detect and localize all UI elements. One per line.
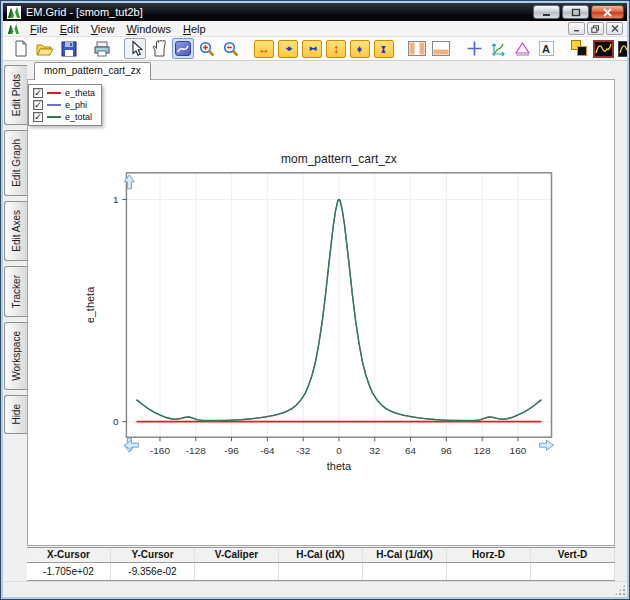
minimize-icon — [542, 8, 552, 17]
magnifier-minus-icon — [222, 40, 240, 58]
cursor-column-header: Y-Cursor — [111, 548, 195, 562]
x-axis-full-scale-button[interactable]: ↔ — [253, 38, 275, 59]
waveform-window-button-1[interactable] — [592, 38, 614, 59]
cursor-value-cell — [363, 563, 447, 580]
zoom-in-button[interactable] — [196, 38, 218, 59]
menu-help[interactable]: Help — [177, 22, 212, 36]
magnifier-plus-icon — [198, 40, 216, 58]
sidebar-tab-edit-graph[interactable]: Edit Graph — [4, 130, 27, 196]
sidebar-tab-label: Edit Plots — [11, 74, 22, 116]
x-axis-expand-button[interactable]: ◂▸ — [277, 38, 299, 59]
y-axis-expand-button[interactable]: ◂▸ — [349, 38, 371, 59]
waveform-window-button-2[interactable] — [616, 38, 627, 59]
mdi-restore-button[interactable] — [587, 22, 604, 35]
sine-wave-icon — [618, 41, 628, 57]
app-window: EM.Grid - [smom_tut2b] File Edit View Wi… — [0, 0, 630, 600]
plot-canvas[interactable]: -160-128-96-64-32032649612816001mom_patt… — [28, 80, 614, 545]
x-tick-label: 32 — [369, 445, 381, 456]
menu-view[interactable]: View — [85, 22, 121, 36]
cursor-value-cell — [279, 563, 363, 580]
open-file-button[interactable] — [34, 38, 56, 59]
horizontal-arrows-icon: ↔ — [254, 40, 274, 58]
mdi-minimize-icon — [573, 25, 581, 32]
x-tick-label: 96 — [441, 445, 453, 456]
sidebar-tab-hide[interactable]: Hide — [4, 395, 27, 434]
toolbar: ↔ ◂▸ ▸◂ ↕ ◂▸ ▸◂ — [3, 37, 627, 61]
mdi-restore-icon — [591, 25, 600, 33]
x-tick-label: 160 — [510, 445, 527, 456]
mdi-minimize-button[interactable] — [568, 22, 585, 35]
x-axis-compress-button[interactable]: ▸◂ — [301, 38, 323, 59]
triangle-icon — [514, 41, 531, 56]
legend-item-e_total: ✓e_total — [33, 112, 95, 122]
y-tick-label: 1 — [113, 194, 119, 205]
window-controls — [533, 5, 627, 19]
zoom-out-button[interactable] — [220, 38, 242, 59]
legend-label: e_phi — [65, 100, 87, 110]
x-tick-label: 0 — [336, 445, 342, 456]
split-horizontal-button[interactable] — [430, 38, 452, 59]
sidebar-tab-workspace[interactable]: Workspace — [4, 322, 27, 390]
app-logo-icon — [7, 6, 21, 19]
x-tick-label: -32 — [296, 445, 311, 456]
save-file-button[interactable] — [58, 38, 80, 59]
cursor-column-header: Vert-D — [531, 548, 615, 562]
overlay-plots-button[interactable] — [568, 38, 590, 59]
axes-tool-button[interactable] — [487, 38, 509, 59]
mdi-close-button[interactable] — [606, 22, 623, 35]
y-axis-full-scale-button[interactable]: ↕ — [325, 38, 347, 59]
legend-checkbox-e_total[interactable]: ✓ — [33, 112, 43, 122]
mdi-window-controls — [568, 22, 627, 35]
print-button[interactable] — [91, 38, 113, 59]
y-axis-compress-button[interactable]: ▸◂ — [373, 38, 395, 59]
legend-label: e_total — [65, 112, 92, 122]
plot-legend: ✓e_theta✓e_phi✓e_total — [28, 84, 102, 126]
status-bar — [3, 581, 627, 597]
y-axis-label: e_theta — [84, 286, 96, 323]
sidebar-tab-label: Edit Graph — [11, 139, 22, 187]
floppy-disk-icon — [61, 41, 77, 57]
close-button[interactable] — [591, 5, 624, 19]
close-icon — [603, 8, 612, 17]
pan-tool-button[interactable] — [148, 38, 170, 59]
x-axis-label: theta — [327, 460, 352, 472]
menu-edit[interactable]: Edit — [54, 22, 85, 36]
menu-bar: File Edit View Windows Help — [3, 21, 627, 37]
plot-title: mom_pattern_cart_zx — [281, 152, 397, 166]
menu-windows[interactable]: Windows — [120, 22, 177, 36]
crosshair-tool-button[interactable] — [463, 38, 485, 59]
cursor-readout-table: X-CursorY-CursorV-CaliperH-Cal (dX)H-Cal… — [27, 547, 615, 580]
sidebar-tab-edit-axes[interactable]: Edit Axes — [4, 201, 27, 261]
open-folder-icon — [36, 41, 54, 56]
caliper-tool-button[interactable] — [511, 38, 533, 59]
resize-grip[interactable] — [614, 584, 626, 596]
maximize-button[interactable] — [562, 5, 589, 19]
legend-line-sample — [47, 104, 61, 106]
crosshair-icon — [466, 40, 483, 57]
cursor-column-header: Horz-D — [447, 548, 531, 562]
sidebar-tab-label: Hide — [11, 404, 22, 425]
new-file-button[interactable] — [10, 38, 32, 59]
legend-label: e_theta — [65, 88, 95, 98]
document-tab[interactable]: mom_pattern_cart_zx — [34, 62, 151, 80]
sidebar-tabs: Edit PlotsEdit GraphEdit AxesTrackerWork… — [4, 65, 29, 434]
cursor-column-header: H-Cal (dX) — [279, 548, 363, 562]
sidebar-tab-edit-plots[interactable]: Edit Plots — [4, 65, 27, 125]
x-tick-label: 64 — [405, 445, 417, 456]
cursor-table-row-val: -1.705e+02-9.356e-02 — [27, 562, 615, 581]
menu-file[interactable]: File — [24, 22, 54, 36]
arrows-outward-icon: ◂▸ — [278, 40, 298, 58]
select-tool-button[interactable] — [124, 38, 146, 59]
cursor-value-cell — [531, 563, 615, 580]
region-zoom-button[interactable] — [172, 38, 194, 59]
legend-checkbox-e_phi[interactable]: ✓ — [33, 100, 43, 110]
sidebar-tab-tracker[interactable]: Tracker — [4, 266, 27, 318]
minimize-button[interactable] — [533, 5, 560, 19]
legend-checkbox-e_theta[interactable]: ✓ — [33, 88, 43, 98]
x-tick-label: -96 — [224, 445, 239, 456]
letter-a-icon: A — [539, 41, 554, 56]
pan-right-arrow[interactable] — [540, 440, 554, 450]
split-vertical-button[interactable] — [406, 38, 428, 59]
text-tool-button[interactable]: A — [535, 38, 557, 59]
cursor-value-cell — [447, 563, 531, 580]
